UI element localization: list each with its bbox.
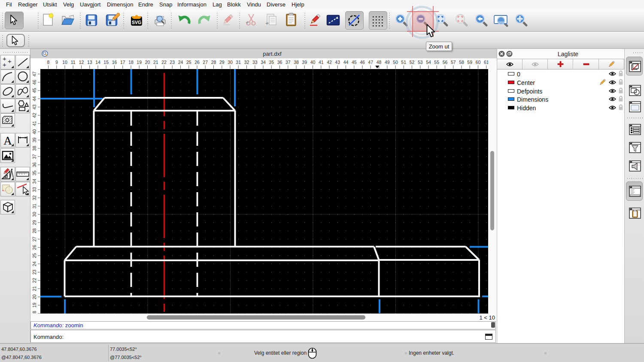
svg-text:23: 23 — [32, 270, 37, 275]
svg-text:20: 20 — [145, 60, 150, 65]
svg-text:32: 32 — [244, 60, 249, 65]
svg-text:31: 31 — [32, 204, 37, 209]
svg-text:11: 11 — [71, 60, 76, 65]
svg-text:35: 35 — [32, 171, 37, 176]
svg-text:+: + — [8, 57, 12, 65]
svg-text:42: 42 — [32, 113, 37, 118]
svg-text:23: 23 — [170, 60, 175, 65]
svg-text:16: 16 — [112, 60, 117, 65]
svg-text:44: 44 — [343, 60, 349, 65]
svg-text:36: 36 — [277, 60, 283, 65]
svg-text:22: 22 — [161, 60, 167, 65]
svg-text:45: 45 — [352, 60, 357, 65]
svg-text:21: 21 — [153, 60, 158, 65]
svg-text:SVG: SVG — [132, 20, 141, 25]
svg-text:41: 41 — [32, 121, 37, 126]
svg-text:22: 22 — [32, 278, 37, 283]
svg-text:27: 27 — [203, 60, 208, 65]
svg-text:15: 15 — [103, 60, 109, 65]
svg-text:12: 12 — [79, 60, 84, 65]
svg-text:45: 45 — [32, 88, 37, 93]
svg-text:20: 20 — [32, 294, 37, 299]
svg-text:41: 41 — [319, 60, 324, 65]
svg-text:26: 26 — [32, 245, 37, 250]
svg-text:35: 35 — [269, 60, 274, 65]
svg-text:37: 37 — [32, 154, 37, 159]
svg-text:17: 17 — [120, 60, 125, 65]
svg-text:28: 28 — [32, 228, 37, 233]
svg-text:47: 47 — [368, 60, 373, 65]
svg-text:28: 28 — [211, 60, 216, 65]
svg-text:18: 18 — [128, 60, 134, 65]
svg-text:57: 57 — [451, 60, 456, 65]
svg-text:48: 48 — [377, 60, 382, 65]
svg-text:55: 55 — [434, 60, 439, 65]
svg-text:24: 24 — [32, 261, 37, 266]
svg-text:30: 30 — [32, 212, 37, 217]
svg-text:39: 39 — [32, 138, 37, 143]
svg-text:47: 47 — [32, 72, 37, 77]
svg-text:31: 31 — [236, 60, 241, 65]
svg-text:13: 13 — [87, 60, 92, 65]
svg-text:29: 29 — [32, 220, 37, 225]
svg-text:32: 32 — [32, 195, 37, 200]
svg-text:27: 27 — [32, 237, 37, 242]
svg-text:44: 44 — [32, 96, 37, 101]
svg-text:53: 53 — [418, 60, 423, 65]
svg-text:54: 54 — [426, 60, 431, 65]
svg-text:40: 40 — [310, 60, 316, 65]
svg-text:39: 39 — [302, 60, 307, 65]
svg-text:42: 42 — [327, 60, 332, 65]
svg-text:34: 34 — [261, 60, 266, 65]
svg-text:24: 24 — [178, 60, 183, 65]
svg-text:58: 58 — [459, 60, 464, 65]
svg-text:56: 56 — [443, 60, 448, 65]
svg-text:26: 26 — [194, 60, 200, 65]
svg-text:19: 19 — [32, 303, 37, 308]
svg-text:9: 9 — [55, 60, 58, 65]
svg-text:33: 33 — [32, 187, 37, 192]
svg-text:25: 25 — [32, 253, 37, 258]
svg-text:46: 46 — [360, 60, 365, 65]
svg-text:34: 34 — [32, 179, 37, 184]
svg-text:46: 46 — [32, 80, 37, 85]
svg-text:+: + — [3, 61, 6, 68]
svg-text:38: 38 — [32, 146, 37, 151]
svg-text:8: 8 — [47, 60, 50, 65]
svg-text:43: 43 — [335, 60, 340, 65]
svg-text:50: 50 — [393, 60, 398, 65]
svg-text:60: 60 — [476, 60, 481, 65]
svg-text:14: 14 — [95, 60, 100, 65]
svg-text:49: 49 — [385, 60, 390, 65]
svg-text:40: 40 — [32, 129, 37, 134]
svg-text:43: 43 — [32, 105, 37, 110]
svg-text:59: 59 — [467, 60, 472, 65]
svg-text:52: 52 — [410, 60, 415, 65]
svg-text:36: 36 — [32, 162, 37, 167]
svg-text:25: 25 — [186, 60, 191, 65]
svg-text:10: 10 — [62, 60, 67, 65]
svg-text:19: 19 — [137, 60, 142, 65]
svg-text:30: 30 — [228, 60, 233, 65]
svg-text:A: A — [3, 134, 12, 147]
svg-text:29: 29 — [219, 60, 225, 65]
svg-text:+: + — [246, 19, 249, 26]
svg-text:51: 51 — [401, 60, 406, 65]
svg-text:37: 37 — [286, 60, 291, 65]
svg-text:33: 33 — [252, 60, 258, 65]
svg-text:21: 21 — [32, 286, 37, 291]
svg-text:38: 38 — [294, 60, 299, 65]
svg-text:+: + — [265, 20, 269, 27]
